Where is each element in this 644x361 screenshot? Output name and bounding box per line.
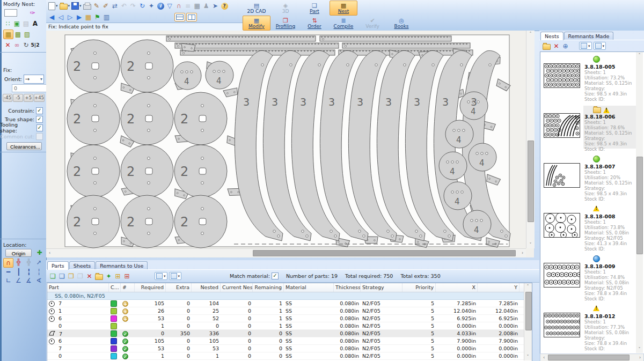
material-group-row[interactable]: SS, 0.080in, N2/F05 (47, 292, 532, 300)
view-large-icons-button[interactable]: ▾ (155, 272, 167, 280)
column-header-priority[interactable]: Priority (402, 283, 436, 292)
tab-remnants-made[interactable]: Remnants Made (564, 32, 614, 40)
nest-thumbnail[interactable] (544, 63, 580, 88)
excel-export-icon[interactable]: ▦ (193, 2, 202, 10)
new-nest-icon[interactable] (4, 9, 17, 17)
dropdown-arrow-icon[interactable]: ▾ (56, 4, 58, 8)
nest-part-large-disc[interactable]: 2 (121, 195, 173, 248)
column-header-#[interactable]: # (121, 283, 135, 292)
grid-gray-icon[interactable]: ╬ (24, 258, 34, 267)
cad-2d-button[interactable]: ▤2D CAD (243, 1, 270, 16)
table-row[interactable]: 7✓035033600SS0.080inN2/F0554.033in2.008i… (47, 330, 532, 337)
scroll-up-arrow[interactable]: ˄ (527, 31, 534, 38)
column-header-part[interactable]: Part (47, 283, 109, 292)
nest-part-small-disc[interactable]: 4 (173, 62, 201, 90)
nest-part-strip[interactable] (342, 43, 470, 48)
scroll-down-arrow[interactable]: ˅ (636, 346, 643, 353)
task-flag-icon[interactable]: ⚑ (93, 13, 102, 21)
manual-nest-icon[interactable]: ▦ (3, 30, 13, 39)
constrain-checkbox[interactable]: ✓ (36, 107, 43, 114)
nest-part-small-disc[interactable]: 4 (469, 143, 496, 171)
filter-icon[interactable]: ▽ (165, 2, 174, 10)
nest-thumbnail[interactable] (544, 263, 580, 288)
array-nest-icon[interactable]: ▩ (13, 30, 23, 39)
list-icon[interactable]: ≡ (184, 2, 193, 10)
nest-list-item[interactable]: 3.8.18-005Sheets: 1Utilisation: 73.2%Mat… (540, 52, 644, 102)
parts-table-vscroll-thumb[interactable] (525, 292, 532, 330)
nest-part-small-disc[interactable]: 4 (206, 61, 233, 89)
column-header-thickness[interactable]: Thickness (334, 283, 361, 292)
nest-list-hscroll-thumb[interactable] (548, 355, 630, 360)
redo-icon[interactable]: ↷ (129, 2, 138, 10)
open-nest-icon[interactable] (543, 44, 551, 50)
print-icon[interactable] (83, 4, 91, 10)
nest-part-large-disc[interactable]: 2 (67, 145, 120, 197)
dropdown-arrow-icon[interactable]: ▾ (68, 4, 70, 8)
magic-tool-icon[interactable]: ✑ (28, 9, 37, 17)
align-vertical-icon[interactable]: ┃ (13, 268, 24, 276)
table-row[interactable]: 6+5305201SS0.080inN2/F0556.925in6.925in (47, 315, 532, 322)
angle-measure-icon[interactable]: ∡ (24, 276, 34, 285)
center-sheet-icon[interactable]: ✚ (35, 248, 44, 257)
angle-rotate-icon[interactable]: ∢ (34, 276, 44, 285)
books-button[interactable]: ◎Books (387, 16, 415, 31)
angle-input[interactable]: 0 (12, 84, 47, 92)
split-icon[interactable]: 5|2 (31, 41, 40, 49)
canvas-hscroll-thumb[interactable] (253, 250, 516, 256)
nest-part-filler[interactable] (181, 43, 195, 51)
snap-parts-icon[interactable]: ∷ (3, 19, 12, 28)
nest-list-item[interactable]: 3.8.18-006Sheets: 1Utilisation: 78.6%Mat… (540, 102, 644, 152)
delete-part-icon[interactable]: ✕ (3, 41, 12, 49)
rotate-+45-button[interactable]: +45 (34, 94, 45, 102)
nest-list-item[interactable]: 3.8.18-012Sheets: 1Utilisation: 77.3%Mat… (540, 301, 644, 351)
scroll-down-arrow[interactable]: ˅ (524, 353, 531, 360)
nest-part-strip[interactable] (175, 43, 339, 48)
cad-3d-button[interactable]: ◈3D (272, 1, 299, 16)
parts-table-vscrollbar[interactable]: ˄ ˅ (524, 283, 532, 360)
nest-list-item[interactable]: 3.8.18-007Sheets: 1Utilisation: 20%Mater… (540, 152, 644, 202)
split-horizontal-button[interactable] (174, 13, 185, 21)
rotate--45-button[interactable]: -45 (3, 94, 12, 102)
rotate-+5-button[interactable]: +5 (24, 94, 33, 102)
nest-list-item[interactable]: 3.8.18-009Sheets: 1Utilisation: 74.8%Mat… (540, 252, 644, 301)
pointer-help-icon[interactable]: ➤ (211, 2, 220, 10)
nest-thumbnail[interactable] (544, 113, 580, 138)
nest-part-large-disc[interactable]: 2 (67, 92, 120, 145)
nest-button[interactable]: ▩Nest (330, 1, 357, 16)
align-offset-v-icon[interactable]: ╎ (34, 268, 44, 276)
scroll-left-arrow[interactable]: ‹ (46, 249, 53, 256)
pair-parts-icon[interactable]: ∞ (12, 41, 21, 49)
canvas-vscroll-thumb[interactable] (528, 141, 534, 222)
true-shape-checkbox[interactable]: ✓ (36, 116, 43, 123)
dropdown-arrow-icon[interactable]: ▾ (79, 4, 82, 8)
next-nest-icon[interactable]: ▷ (65, 13, 75, 21)
rotate-part-icon[interactable]: ↻ (21, 41, 31, 49)
scroll-up-arrow[interactable]: ˄ (524, 283, 531, 290)
refresh-icon[interactable]: ↻ (138, 2, 147, 10)
paste-icon[interactable]: ▤ (21, 19, 31, 28)
nest-part-large-disc[interactable]: 2 (121, 40, 173, 92)
nest-part-large-disc[interactable]: 2 (174, 92, 227, 145)
user-icon[interactable]: ♟ (202, 2, 211, 10)
delete-part-icon[interactable]: ✕ (85, 272, 94, 281)
tab-parts[interactable]: Parts (47, 261, 69, 270)
tab-remnants-to-use[interactable]: Remnants to Use (96, 261, 148, 269)
auto-nest-icon[interactable]: ▦ (84, 13, 93, 21)
column-header-material[interactable]: Material (284, 283, 334, 292)
table-row[interactable]: 7✓5305300SS0.080inN2/F0550.000in0.000in (47, 345, 532, 352)
save-icon[interactable] (71, 2, 79, 10)
column-header-required[interactable]: Required (135, 283, 166, 292)
corner-snap-icon[interactable]: ∟ (3, 276, 13, 285)
nest-part-small-disc[interactable]: 4 (444, 182, 472, 210)
last-nest-icon[interactable]: ▶ (75, 13, 84, 21)
column-header-remaining[interactable]: Remaining (253, 283, 284, 292)
column-header-nested[interactable]: Nested (192, 283, 221, 292)
clearances-button[interactable]: Clearances... (6, 142, 42, 150)
info-icon[interactable]: i (157, 3, 164, 10)
measure-icon[interactable]: ✦ (147, 2, 156, 10)
pin-part-icon[interactable]: ✦ (104, 272, 113, 281)
nest-properties-icon[interactable]: ⊕ (561, 42, 570, 50)
canvas-hscrollbar[interactable]: ‹ › (46, 248, 526, 257)
snap-magnet-icon[interactable]: ∩ (3, 258, 13, 268)
view-large-icons-button[interactable]: ▾ (579, 42, 592, 50)
